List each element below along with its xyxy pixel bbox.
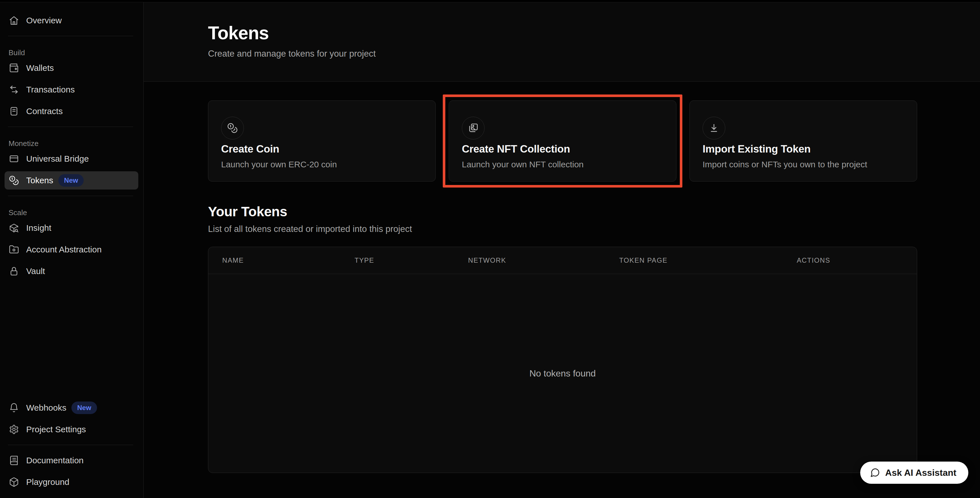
- sidebar-item-label: Vault: [26, 266, 45, 276]
- main-content: Tokens Create and manage tokens for your…: [144, 0, 980, 498]
- sidebar-item-insight[interactable]: Insight: [0, 217, 143, 239]
- card-title: Create NFT Collection: [462, 143, 663, 155]
- home-icon: [8, 15, 19, 26]
- sidebar-divider: [8, 36, 133, 36]
- page-title: Tokens: [208, 22, 980, 43]
- your-tokens-section: Your Tokens List of all tokens created o…: [208, 204, 917, 473]
- sidebar-item-vault[interactable]: Vault: [0, 260, 143, 282]
- sidebar-bottom-group: Webhooks New Project Settings Documentat…: [0, 397, 143, 493]
- create-coin-card[interactable]: Create Coin Launch your own ERC-20 coin: [208, 100, 436, 181]
- sidebar-item-label: Universal Bridge: [26, 154, 89, 164]
- content-area: Create Coin Launch your own ERC-20 coin …: [144, 82, 980, 473]
- wallet-icon: [8, 63, 19, 73]
- sidebar-section-build: Build: [8, 48, 143, 57]
- sidebar-item-label: Overview: [26, 16, 62, 25]
- sidebar-item-wallets[interactable]: Wallets: [0, 57, 143, 79]
- sidebar-item-label: Webhooks: [26, 403, 66, 413]
- book-icon: [8, 455, 19, 466]
- coins-icon: [221, 117, 244, 140]
- coins-icon: [8, 175, 19, 186]
- image-icon: [462, 117, 485, 140]
- empty-state-text: No tokens found: [208, 274, 917, 473]
- new-badge: New: [58, 174, 84, 187]
- lock-icon: [8, 266, 19, 277]
- bell-icon: [8, 403, 19, 413]
- sidebar-item-label: Playground: [26, 477, 70, 487]
- new-badge: New: [72, 401, 97, 414]
- tokens-table-header: NAME TYPE NETWORK TOKEN PAGE ACTIONS: [208, 247, 917, 274]
- column-header-token-page: TOKEN PAGE: [605, 256, 783, 264]
- sidebar-item-label: Project Settings: [26, 425, 86, 434]
- column-header-actions: ACTIONS: [783, 256, 917, 264]
- message-circle-icon: [870, 468, 880, 478]
- package-search-icon: [8, 223, 19, 233]
- folder-dot-icon: [8, 244, 19, 255]
- sidebar-item-label: Transactions: [26, 85, 75, 94]
- sidebar-item-webhooks[interactable]: Webhooks New: [0, 397, 143, 418]
- cube-icon: [8, 477, 19, 487]
- ai-button-label: Ask AI Assistant: [885, 468, 956, 478]
- tokens-table: NAME TYPE NETWORK TOKEN PAGE ACTIONS No …: [208, 247, 917, 473]
- create-nft-collection-card[interactable]: Create NFT Collection Launch your own NF…: [449, 100, 676, 181]
- card-title: Import Existing Token: [703, 143, 904, 155]
- sidebar-item-label: Contracts: [26, 107, 63, 116]
- sidebar-divider: [8, 445, 133, 445]
- card-description: Import coins or NFTs you own to the proj…: [703, 160, 904, 169]
- sidebar-item-universal-bridge[interactable]: Universal Bridge: [0, 148, 143, 170]
- section-subtitle: List of all tokens created or imported i…: [208, 224, 917, 234]
- red-highlight-annotation: [443, 94, 682, 188]
- credit-card-icon: [8, 153, 19, 164]
- window-top-edge: [0, 0, 980, 2]
- column-header-network: NETWORK: [454, 256, 605, 264]
- sidebar-item-label: Tokens: [26, 176, 53, 185]
- card-description: Launch your own NFT collection: [462, 160, 663, 169]
- sidebar-section-monetize: Monetize: [8, 139, 143, 148]
- sidebar-item-project-settings[interactable]: Project Settings: [0, 418, 143, 440]
- app-window: Overview Build Wallets Transactions Cont…: [0, 0, 980, 498]
- page-subtitle: Create and manage tokens for your projec…: [208, 49, 980, 59]
- sidebar-item-tokens[interactable]: Tokens New: [5, 171, 138, 189]
- sidebar-item-documentation[interactable]: Documentation: [0, 450, 143, 471]
- sidebar: Overview Build Wallets Transactions Cont…: [0, 0, 144, 498]
- sidebar-item-label: Wallets: [26, 63, 54, 73]
- section-title: Your Tokens: [208, 204, 917, 220]
- sidebar-item-contracts[interactable]: Contracts: [0, 100, 143, 122]
- arrows-left-right-icon: [8, 84, 19, 95]
- gear-icon: [8, 424, 19, 435]
- sidebar-item-playground[interactable]: Playground: [0, 471, 143, 493]
- sidebar-section-scale: Scale: [8, 208, 143, 217]
- download-icon: [703, 117, 725, 140]
- sidebar-item-overview[interactable]: Overview: [0, 10, 143, 31]
- card-title: Create Coin: [221, 143, 423, 155]
- sidebar-item-label: Account Abstraction: [26, 245, 102, 255]
- contract-document-icon: [8, 106, 19, 117]
- import-existing-token-card[interactable]: Import Existing Token Import coins or NF…: [689, 100, 917, 181]
- sidebar-item-label: Documentation: [26, 456, 84, 465]
- ask-ai-assistant-button[interactable]: Ask AI Assistant: [860, 461, 968, 484]
- sidebar-item-transactions[interactable]: Transactions: [0, 79, 143, 100]
- column-header-type: TYPE: [340, 256, 454, 264]
- page-header: Tokens Create and manage tokens for your…: [144, 0, 980, 82]
- sidebar-item-account-abstraction[interactable]: Account Abstraction: [0, 239, 143, 260]
- create-options-row: Create Coin Launch your own ERC-20 coin …: [208, 100, 917, 181]
- card-description: Launch your own ERC-20 coin: [221, 160, 423, 169]
- column-header-name: NAME: [208, 256, 340, 264]
- sidebar-item-label: Insight: [26, 223, 51, 233]
- sidebar-divider: [8, 127, 133, 127]
